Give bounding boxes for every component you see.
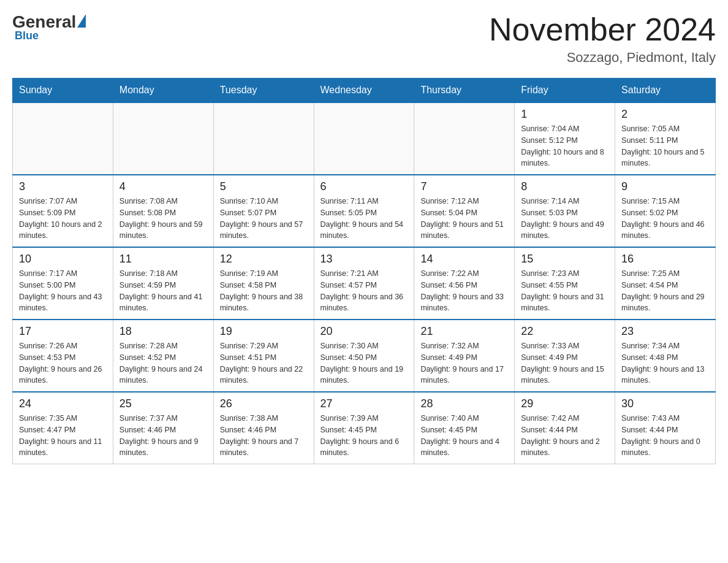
table-row: 9Sunrise: 7:15 AM Sunset: 5:02 PM Daylig… bbox=[615, 175, 716, 247]
day-number: 5 bbox=[220, 180, 308, 193]
table-row: 30Sunrise: 7:43 AM Sunset: 4:44 PM Dayli… bbox=[615, 392, 716, 464]
col-wednesday: Wednesday bbox=[314, 79, 414, 103]
day-number: 16 bbox=[621, 253, 709, 266]
day-info: Sunrise: 7:05 AM Sunset: 5:11 PM Dayligh… bbox=[621, 123, 709, 169]
table-row: 1Sunrise: 7:04 AM Sunset: 5:12 PM Daylig… bbox=[515, 102, 615, 175]
table-row: 4Sunrise: 7:08 AM Sunset: 5:08 PM Daylig… bbox=[113, 175, 213, 247]
table-row bbox=[314, 102, 414, 175]
day-number: 6 bbox=[320, 180, 408, 193]
table-row: 10Sunrise: 7:17 AM Sunset: 5:00 PM Dayli… bbox=[13, 247, 113, 320]
day-info: Sunrise: 7:33 AM Sunset: 4:49 PM Dayligh… bbox=[521, 340, 609, 386]
day-number: 4 bbox=[119, 180, 207, 193]
day-number: 3 bbox=[19, 180, 107, 193]
day-info: Sunrise: 7:35 AM Sunset: 4:47 PM Dayligh… bbox=[19, 413, 107, 459]
table-row: 7Sunrise: 7:12 AM Sunset: 5:04 PM Daylig… bbox=[414, 175, 515, 247]
table-row: 22Sunrise: 7:33 AM Sunset: 4:49 PM Dayli… bbox=[515, 320, 615, 392]
day-number: 15 bbox=[521, 253, 609, 266]
table-row: 28Sunrise: 7:40 AM Sunset: 4:45 PM Dayli… bbox=[414, 392, 515, 464]
day-info: Sunrise: 7:08 AM Sunset: 5:08 PM Dayligh… bbox=[119, 196, 207, 242]
day-info: Sunrise: 7:11 AM Sunset: 5:05 PM Dayligh… bbox=[320, 196, 408, 242]
day-number: 11 bbox=[119, 253, 207, 266]
table-row: 2Sunrise: 7:05 AM Sunset: 5:11 PM Daylig… bbox=[615, 102, 716, 175]
day-info: Sunrise: 7:30 AM Sunset: 4:50 PM Dayligh… bbox=[320, 340, 408, 386]
day-number: 12 bbox=[220, 253, 308, 266]
day-number: 25 bbox=[119, 397, 207, 410]
table-row: 8Sunrise: 7:14 AM Sunset: 5:03 PM Daylig… bbox=[515, 175, 615, 247]
table-row: 26Sunrise: 7:38 AM Sunset: 4:46 PM Dayli… bbox=[213, 392, 314, 464]
table-row: 21Sunrise: 7:32 AM Sunset: 4:49 PM Dayli… bbox=[414, 320, 515, 392]
day-info: Sunrise: 7:21 AM Sunset: 4:57 PM Dayligh… bbox=[320, 268, 408, 314]
table-row: 11Sunrise: 7:18 AM Sunset: 4:59 PM Dayli… bbox=[113, 247, 213, 320]
table-row: 14Sunrise: 7:22 AM Sunset: 4:56 PM Dayli… bbox=[414, 247, 515, 320]
col-monday: Monday bbox=[113, 79, 213, 103]
title-block: November 2024 Sozzago, Piedmont, Italy bbox=[489, 12, 716, 66]
calendar-week-3: 10Sunrise: 7:17 AM Sunset: 5:00 PM Dayli… bbox=[13, 247, 716, 320]
day-info: Sunrise: 7:23 AM Sunset: 4:55 PM Dayligh… bbox=[521, 268, 609, 314]
table-row: 5Sunrise: 7:10 AM Sunset: 5:07 PM Daylig… bbox=[213, 175, 314, 247]
day-number: 30 bbox=[621, 397, 709, 410]
day-number: 9 bbox=[621, 180, 709, 193]
day-number: 26 bbox=[220, 397, 308, 410]
day-info: Sunrise: 7:40 AM Sunset: 4:45 PM Dayligh… bbox=[420, 413, 508, 459]
table-row bbox=[414, 102, 515, 175]
day-info: Sunrise: 7:43 AM Sunset: 4:44 PM Dayligh… bbox=[621, 413, 709, 459]
logo: General Blue bbox=[12, 12, 86, 42]
col-friday: Friday bbox=[515, 79, 615, 103]
table-row: 18Sunrise: 7:28 AM Sunset: 4:52 PM Dayli… bbox=[113, 320, 213, 392]
table-row: 20Sunrise: 7:30 AM Sunset: 4:50 PM Dayli… bbox=[314, 320, 414, 392]
col-thursday: Thursday bbox=[414, 79, 515, 103]
day-info: Sunrise: 7:34 AM Sunset: 4:48 PM Dayligh… bbox=[621, 340, 709, 386]
table-row: 13Sunrise: 7:21 AM Sunset: 4:57 PM Dayli… bbox=[314, 247, 414, 320]
day-info: Sunrise: 7:17 AM Sunset: 5:00 PM Dayligh… bbox=[19, 268, 107, 314]
month-title: November 2024 bbox=[489, 12, 716, 47]
day-info: Sunrise: 7:37 AM Sunset: 4:46 PM Dayligh… bbox=[119, 413, 207, 459]
col-tuesday: Tuesday bbox=[213, 79, 314, 103]
logo-triangle-icon bbox=[77, 14, 86, 28]
day-info: Sunrise: 7:10 AM Sunset: 5:07 PM Dayligh… bbox=[220, 196, 308, 242]
day-info: Sunrise: 7:04 AM Sunset: 5:12 PM Dayligh… bbox=[521, 123, 609, 169]
day-number: 27 bbox=[320, 397, 408, 410]
day-info: Sunrise: 7:32 AM Sunset: 4:49 PM Dayligh… bbox=[420, 340, 508, 386]
day-info: Sunrise: 7:22 AM Sunset: 4:56 PM Dayligh… bbox=[420, 268, 508, 314]
day-number: 21 bbox=[420, 325, 508, 338]
day-number: 28 bbox=[420, 397, 508, 410]
calendar-week-4: 17Sunrise: 7:26 AM Sunset: 4:53 PM Dayli… bbox=[13, 320, 716, 392]
table-row: 29Sunrise: 7:42 AM Sunset: 4:44 PM Dayli… bbox=[515, 392, 615, 464]
day-info: Sunrise: 7:15 AM Sunset: 5:02 PM Dayligh… bbox=[621, 196, 709, 242]
table-row bbox=[213, 102, 314, 175]
day-info: Sunrise: 7:39 AM Sunset: 4:45 PM Dayligh… bbox=[320, 413, 408, 459]
table-row: 25Sunrise: 7:37 AM Sunset: 4:46 PM Dayli… bbox=[113, 392, 213, 464]
day-number: 22 bbox=[521, 325, 609, 338]
table-row bbox=[113, 102, 213, 175]
day-number: 7 bbox=[420, 180, 508, 193]
day-info: Sunrise: 7:28 AM Sunset: 4:52 PM Dayligh… bbox=[119, 340, 207, 386]
day-number: 29 bbox=[521, 397, 609, 410]
day-info: Sunrise: 7:18 AM Sunset: 4:59 PM Dayligh… bbox=[119, 268, 207, 314]
day-number: 14 bbox=[420, 253, 508, 266]
day-number: 8 bbox=[521, 180, 609, 193]
day-info: Sunrise: 7:29 AM Sunset: 4:51 PM Dayligh… bbox=[220, 340, 308, 386]
day-number: 20 bbox=[320, 325, 408, 338]
day-number: 13 bbox=[320, 253, 408, 266]
day-number: 1 bbox=[521, 108, 609, 121]
table-row: 6Sunrise: 7:11 AM Sunset: 5:05 PM Daylig… bbox=[314, 175, 414, 247]
calendar-week-1: 1Sunrise: 7:04 AM Sunset: 5:12 PM Daylig… bbox=[13, 102, 716, 175]
day-number: 2 bbox=[621, 108, 709, 121]
day-info: Sunrise: 7:07 AM Sunset: 5:09 PM Dayligh… bbox=[19, 196, 107, 242]
table-row: 24Sunrise: 7:35 AM Sunset: 4:47 PM Dayli… bbox=[13, 392, 113, 464]
day-info: Sunrise: 7:19 AM Sunset: 4:58 PM Dayligh… bbox=[220, 268, 308, 314]
table-row: 19Sunrise: 7:29 AM Sunset: 4:51 PM Dayli… bbox=[213, 320, 314, 392]
day-info: Sunrise: 7:12 AM Sunset: 5:04 PM Dayligh… bbox=[420, 196, 508, 242]
table-row: 15Sunrise: 7:23 AM Sunset: 4:55 PM Dayli… bbox=[515, 247, 615, 320]
calendar-week-5: 24Sunrise: 7:35 AM Sunset: 4:47 PM Dayli… bbox=[13, 392, 716, 464]
day-info: Sunrise: 7:14 AM Sunset: 5:03 PM Dayligh… bbox=[521, 196, 609, 242]
day-number: 17 bbox=[19, 325, 107, 338]
table-row: 3Sunrise: 7:07 AM Sunset: 5:09 PM Daylig… bbox=[13, 175, 113, 247]
table-row: 16Sunrise: 7:25 AM Sunset: 4:54 PM Dayli… bbox=[615, 247, 716, 320]
day-info: Sunrise: 7:38 AM Sunset: 4:46 PM Dayligh… bbox=[220, 413, 308, 459]
day-number: 23 bbox=[621, 325, 709, 338]
table-row: 23Sunrise: 7:34 AM Sunset: 4:48 PM Dayli… bbox=[615, 320, 716, 392]
location-title: Sozzago, Piedmont, Italy bbox=[489, 50, 716, 66]
col-sunday: Sunday bbox=[13, 79, 113, 103]
table-row bbox=[13, 102, 113, 175]
